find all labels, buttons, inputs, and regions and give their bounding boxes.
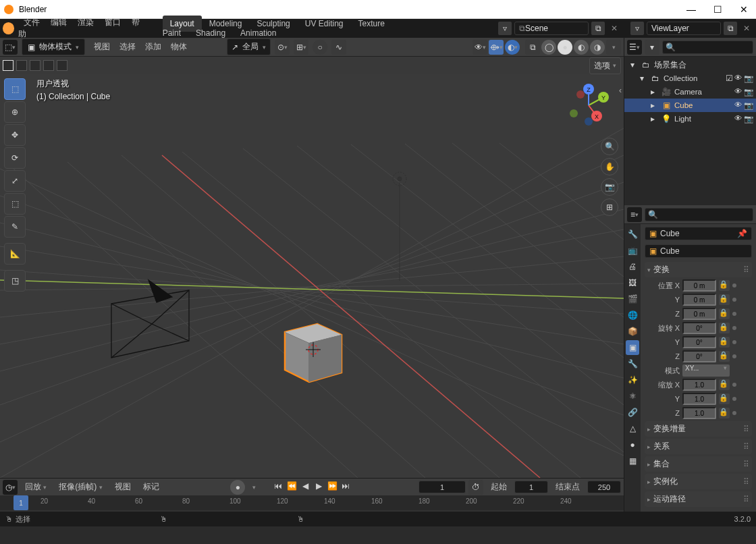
rotation-mode-dropdown[interactable]: XY...▾ bbox=[682, 364, 730, 377]
transform-panel-header[interactable]: ▾变换 ⠿ bbox=[645, 262, 752, 277]
menu-窗口[interactable]: 窗口 bbox=[99, 15, 126, 30]
camera-view-icon[interactable]: 📷 bbox=[601, 178, 618, 196]
timeline-marker-menu[interactable]: 标记 bbox=[138, 480, 164, 494]
solid-shading[interactable]: ● bbox=[558, 40, 572, 55]
scale-tool[interactable]: ⤢ bbox=[4, 170, 26, 192]
prop-tab-modifiers[interactable]: 🔧 bbox=[626, 356, 639, 371]
prev-keyframe-button[interactable]: ⏪ bbox=[286, 480, 298, 492]
select-mode-2[interactable] bbox=[16, 60, 27, 71]
timeline-ruler[interactable]: 1 20406080100120140160180200220240 bbox=[0, 495, 624, 510]
rotation-X-input[interactable] bbox=[682, 322, 716, 334]
material-shading[interactable]: ◐ bbox=[574, 40, 589, 55]
end-frame-input[interactable] bbox=[587, 481, 621, 493]
viewport-menu-选择[interactable]: 选择 bbox=[115, 40, 140, 53]
data-crumb[interactable]: ▣ Cube bbox=[645, 244, 752, 258]
snap-icon[interactable]: ⊞▾ bbox=[294, 40, 308, 55]
wireframe-shading[interactable]: ◯ bbox=[541, 40, 556, 55]
visibility-dropdown[interactable]: 👁▾ bbox=[473, 40, 487, 55]
viewlayer-delete-icon[interactable]: ✕ bbox=[740, 22, 753, 35]
lock-icon[interactable]: 🔒 bbox=[719, 408, 730, 418]
workspace-tab-uv editing[interactable]: UV Editing bbox=[298, 16, 351, 32]
lock-icon[interactable]: 🔒 bbox=[719, 294, 730, 305]
keyframe-dot[interactable] bbox=[732, 397, 736, 401]
scale-X-input[interactable] bbox=[682, 379, 716, 391]
minimize-button[interactable]: — bbox=[686, 4, 696, 15]
start-frame-input[interactable] bbox=[514, 481, 548, 493]
play-button[interactable]: ▶ bbox=[313, 480, 325, 492]
outliner-search[interactable]: 🔍 bbox=[662, 40, 753, 54]
panel-实例化[interactable]: ▸实例化⠿ bbox=[645, 474, 752, 489]
object-mode-dropdown[interactable]: ▣ 物体模式 ▾ bbox=[22, 38, 85, 55]
prop-tab-viewlayer[interactable]: 🖼 bbox=[626, 275, 639, 290]
outliner-item-light[interactable]: ▸💡 Light 👁📷 bbox=[624, 112, 756, 126]
timeline-view-menu[interactable]: 视图 bbox=[110, 480, 136, 494]
keyframe-dot[interactable] bbox=[732, 383, 736, 387]
scene-collection-row[interactable]: ▾ 🗀 场景集合 bbox=[624, 58, 756, 72]
sidebar-toggle[interactable]: ‹ bbox=[617, 85, 624, 96]
perspective-toggle-icon[interactable]: ⊞ bbox=[601, 198, 618, 216]
menu-编辑[interactable]: 编辑 bbox=[45, 15, 72, 30]
outliner-display-mode[interactable]: ▾ bbox=[645, 40, 659, 55]
properties-search[interactable]: 🔍 bbox=[645, 208, 753, 221]
lock-icon[interactable]: 🔒 bbox=[719, 308, 730, 319]
lock-icon[interactable]: 🔒 bbox=[719, 351, 730, 362]
keyframe-dot[interactable] bbox=[732, 312, 736, 316]
gizmo-toggle[interactable]: ⟴▾ bbox=[489, 40, 504, 55]
rotation-Z-input[interactable] bbox=[682, 350, 716, 362]
keyframe-dot[interactable] bbox=[732, 354, 736, 358]
annotate-tool[interactable]: ✎ bbox=[4, 216, 26, 238]
xray-toggle[interactable]: ⧉ bbox=[525, 40, 540, 55]
prop-tab-mesh[interactable]: △ bbox=[626, 421, 639, 436]
rotation-Y-input[interactable] bbox=[682, 336, 716, 348]
maximize-button[interactable]: ☐ bbox=[713, 4, 722, 15]
timeline-editor-type[interactable]: ◷▾ bbox=[3, 480, 18, 495]
panel-变换增量[interactable]: ▸变换增量⠿ bbox=[645, 421, 752, 437]
playback-menu[interactable]: 回放 ▾ bbox=[20, 480, 51, 494]
scene-copy-icon[interactable]: ⧉ bbox=[591, 22, 605, 35]
play-reverse-button[interactable]: ◀ bbox=[299, 480, 311, 492]
viewlayer-browse-icon[interactable]: ▿ bbox=[630, 22, 644, 35]
viewlayer-copy-icon[interactable]: ⧉ bbox=[724, 22, 737, 35]
prop-tab-physics[interactable]: ⚛ bbox=[626, 389, 639, 404]
transform-tool[interactable]: ⬚ bbox=[4, 193, 26, 215]
prop-tab-render[interactable]: 📺 bbox=[626, 243, 639, 258]
location-Z-input[interactable] bbox=[682, 308, 716, 320]
viewport-menu-视图[interactable]: 视图 bbox=[89, 40, 115, 53]
keyframe-dot[interactable] bbox=[732, 283, 736, 288]
prop-tab-constraints[interactable]: 🔗 bbox=[626, 405, 639, 420]
scale-Y-input[interactable] bbox=[682, 393, 716, 405]
menu-渲染[interactable]: 渲染 bbox=[72, 15, 99, 30]
orientation-dropdown[interactable]: ↗全局▾ bbox=[227, 38, 271, 55]
panel-集合[interactable]: ▸集合⠿ bbox=[645, 456, 752, 472]
outliner-editor-type[interactable]: ☰▾ bbox=[627, 40, 642, 55]
prop-tab-material[interactable]: ● bbox=[626, 437, 639, 452]
cube-object[interactable] bbox=[279, 315, 347, 387]
viewlayer-name-input[interactable]: ViewLayer bbox=[647, 22, 721, 35]
outliner-item-cube[interactable]: ▸▣ Cube 👁📷 bbox=[624, 99, 756, 112]
scene-browse-icon[interactable]: ▿ bbox=[498, 22, 512, 35]
select-mode-5[interactable] bbox=[57, 60, 68, 71]
properties-editor-type[interactable]: ≡▾ bbox=[627, 207, 642, 222]
select-mode-4[interactable] bbox=[43, 60, 54, 71]
shading-options[interactable]: ▾ bbox=[606, 40, 621, 55]
current-frame-input[interactable] bbox=[418, 481, 466, 493]
next-keyframe-button[interactable]: ⏩ bbox=[326, 480, 338, 492]
curve-icon[interactable]: ∿ bbox=[331, 40, 346, 55]
lock-icon[interactable]: 🔒 bbox=[719, 323, 730, 333]
overlay-toggle[interactable]: ◐▾ bbox=[505, 40, 520, 55]
prop-tab-particles[interactable]: ✨ bbox=[626, 373, 639, 387]
outliner-item-camera[interactable]: ▸🎥 Camera 👁📷 bbox=[624, 85, 756, 99]
pin-icon[interactable]: 📌 bbox=[737, 229, 747, 238]
lock-icon[interactable]: 🔒 bbox=[719, 393, 730, 404]
keyframe-dot[interactable] bbox=[732, 326, 736, 330]
prop-tab-scene[interactable]: 🎬 bbox=[626, 292, 639, 306]
prop-tab-texture[interactable]: ▦ bbox=[626, 454, 639, 468]
pan-icon[interactable]: ✋ bbox=[601, 158, 618, 175]
prop-tab-output[interactable]: 🖨 bbox=[626, 259, 639, 274]
blender-icon[interactable] bbox=[3, 22, 14, 34]
location-Y-input[interactable] bbox=[682, 294, 716, 306]
proportional-icon[interactable]: ○ bbox=[313, 40, 327, 55]
keyframe-dot[interactable] bbox=[732, 411, 736, 415]
prop-tab-object[interactable]: ▣ bbox=[626, 340, 639, 355]
playhead[interactable]: 1 bbox=[14, 495, 28, 510]
